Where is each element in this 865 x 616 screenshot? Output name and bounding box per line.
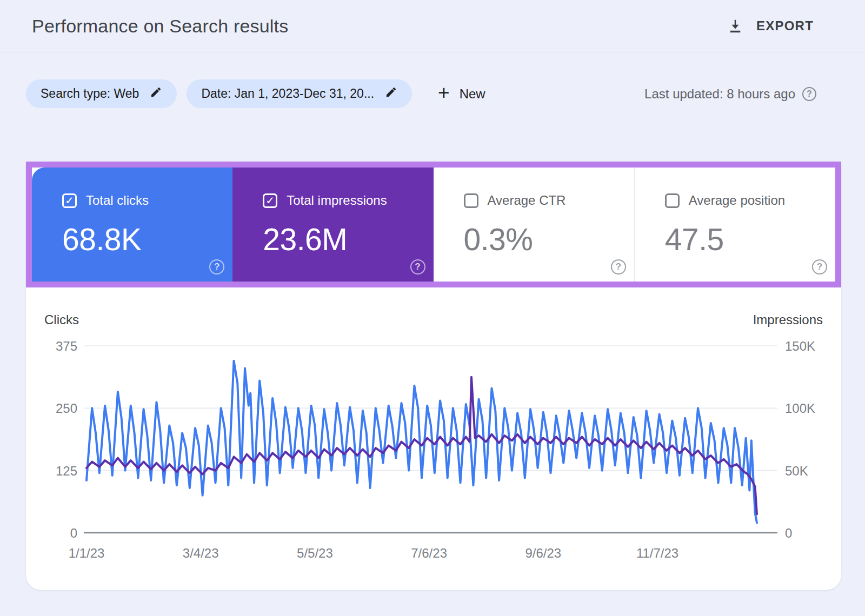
filter-bar: Search type: Web Date: Jan 1, 2023-Dec 3…	[0, 79, 865, 108]
help-icon[interactable]: ?	[611, 259, 626, 274]
x-axis-tick: 1/1/23	[69, 546, 105, 560]
left-axis-title: Clicks	[44, 312, 79, 327]
x-axis-tick: 3/4/23	[183, 546, 219, 560]
search-type-chip-label: Search type: Web	[41, 86, 139, 101]
checkbox-checked-icon[interactable]: ✓	[62, 193, 77, 208]
metric-value: 23.6M	[263, 222, 433, 257]
left-axis-tick: 0	[70, 526, 77, 540]
right-axis-tick: 150K	[785, 339, 815, 353]
edit-icon	[150, 86, 162, 102]
metric-label: Total clicks	[86, 193, 149, 208]
metric-label: Average position	[689, 193, 785, 208]
new-filter-label: New	[460, 86, 485, 102]
checkbox-unchecked-icon[interactable]	[464, 193, 478, 208]
series-line-clicks	[86, 361, 757, 523]
metric-value: 68.8K	[62, 222, 232, 257]
right-axis-tick: 100K	[785, 401, 815, 416]
right-axis-tick: 0	[785, 526, 792, 540]
performance-panel: ✓ Total clicks 68.8K ? ✓ Total impressio…	[26, 162, 841, 590]
page-title: Performance on Search results	[32, 16, 288, 37]
page-header: Performance on Search results EXPORT	[0, 0, 865, 52]
metric-card-total-clicks[interactable]: ✓ Total clicks 68.8K ?	[32, 168, 232, 282]
download-icon	[727, 18, 743, 34]
x-axis-tick: 11/7/23	[636, 546, 678, 560]
left-axis-tick: 375	[56, 339, 77, 353]
performance-chart: 0012550K250100K375150KClicksImpressions1…	[26, 287, 841, 590]
series-line-impressions	[86, 377, 757, 514]
metric-value: 47.5	[665, 222, 835, 257]
export-label: EXPORT	[756, 18, 814, 34]
metric-value: 0.3%	[464, 222, 634, 257]
x-axis-tick: 9/6/23	[525, 546, 561, 560]
export-button[interactable]: EXPORT	[727, 18, 814, 34]
help-icon[interactable]: ?	[209, 259, 224, 274]
metric-card-average-ctr[interactable]: Average CTR 0.3% ?	[434, 168, 634, 282]
help-icon[interactable]: ?	[812, 259, 827, 274]
x-axis-tick: 7/6/23	[411, 546, 447, 560]
metrics-row: ✓ Total clicks 68.8K ? ✓ Total impressio…	[26, 162, 841, 287]
x-axis-tick: 5/5/23	[297, 546, 333, 560]
plus-icon: +	[438, 83, 450, 103]
metric-card-average-position[interactable]: Average position 47.5 ?	[634, 168, 835, 282]
checkbox-checked-icon[interactable]: ✓	[263, 193, 277, 208]
last-updated-text: Last updated: 8 hours ago	[644, 86, 795, 102]
date-range-chip[interactable]: Date: Jan 1, 2023-Dec 31, 20...	[187, 79, 412, 108]
last-updated: Last updated: 8 hours ago ?	[644, 86, 816, 102]
date-range-chip-label: Date: Jan 1, 2023-Dec 31, 20...	[201, 86, 374, 101]
checkbox-unchecked-icon[interactable]	[665, 193, 680, 208]
edit-icon	[385, 86, 397, 102]
right-axis-tick: 50K	[785, 464, 808, 478]
new-filter-button[interactable]: + New	[432, 85, 491, 103]
metric-card-total-impressions[interactable]: ✓ Total impressions 23.6M ?	[232, 168, 433, 282]
left-axis-tick: 250	[56, 401, 77, 416]
right-axis-title: Impressions	[753, 312, 823, 327]
search-type-chip[interactable]: Search type: Web	[26, 79, 177, 108]
question-icon[interactable]: ?	[802, 87, 816, 101]
metric-label: Total impressions	[287, 193, 387, 208]
metric-label: Average CTR	[488, 193, 566, 208]
left-axis-tick: 125	[56, 464, 77, 478]
help-icon[interactable]: ?	[410, 259, 425, 274]
